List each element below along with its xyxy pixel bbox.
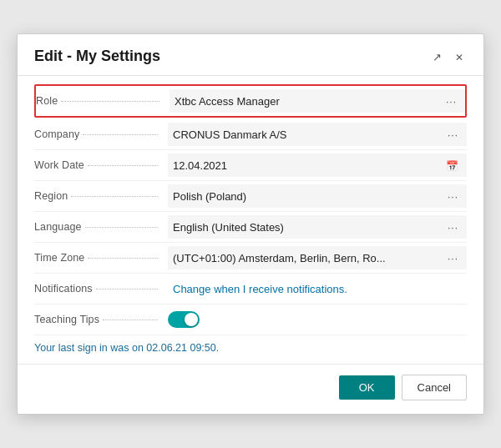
close-icon: [455, 50, 463, 63]
more-icon: [448, 128, 458, 141]
region-more-button[interactable]: [444, 189, 462, 203]
more-icon: [448, 189, 458, 203]
calendar-icon: [446, 159, 458, 172]
field-row-teaching-tips: Teaching Tips: [34, 305, 467, 335]
field-value-wrap-role: Xtbc Access Manager: [170, 89, 465, 113]
work-date-calendar-button[interactable]: [443, 159, 462, 172]
toggle-thumb: [185, 313, 198, 326]
field-label-work-date: Work Date: [34, 159, 168, 171]
edit-my-settings-dialog: Edit - My Settings Role Xtbc Access Mana…: [17, 33, 484, 415]
dotted-separator: [88, 165, 158, 166]
time-zone-more-button[interactable]: [444, 251, 462, 264]
dialog-header: Edit - My Settings: [18, 34, 483, 76]
dotted-separator: [88, 258, 158, 259]
expand-button[interactable]: [429, 48, 445, 65]
field-label-teaching-tips: Teaching Tips: [34, 314, 168, 325]
dotted-separator: [85, 227, 158, 228]
field-label-region: Region: [34, 190, 168, 202]
language-more-button[interactable]: [444, 220, 462, 234]
work-date-value: 12.04.2021: [173, 159, 439, 172]
expand-icon: [433, 50, 442, 63]
field-row-role: Role Xtbc Access Manager: [34, 84, 467, 118]
field-row-language: Language English (United States): [34, 212, 467, 243]
dotted-separator: [71, 196, 158, 197]
ok-button[interactable]: OK: [339, 375, 395, 400]
role-more-button[interactable]: [443, 94, 460, 108]
more-icon: [446, 94, 457, 108]
field-label-language: Language: [34, 221, 168, 233]
field-label-role: Role: [36, 95, 170, 107]
role-value: Xtbc Access Manager: [175, 95, 439, 108]
field-row-time-zone: Time Zone (UTC+01:00) Amsterdam, Berlin,…: [34, 243, 467, 274]
more-icon: [448, 220, 458, 234]
dotted-separator: [61, 101, 159, 102]
dialog-title: Edit - My Settings: [34, 48, 160, 65]
field-value-wrap-company: CRONUS Danmark A/S: [168, 123, 467, 146]
field-row-company: Company CRONUS Danmark A/S: [34, 119, 467, 150]
notifications-link[interactable]: Change when I receive notifications.: [173, 283, 462, 295]
field-value-wrap-work-date: 12.04.2021: [168, 154, 467, 177]
field-value-wrap-region: Polish (Poland): [168, 184, 467, 208]
field-value-wrap-language: English (United States): [168, 215, 467, 239]
dotted-separator: [83, 134, 158, 135]
close-button[interactable]: [452, 48, 467, 65]
field-row-region: Region Polish (Poland): [34, 181, 467, 212]
field-label-company: Company: [34, 128, 168, 140]
region-value: Polish (Poland): [173, 190, 441, 203]
field-label-time-zone: Time Zone: [34, 252, 168, 264]
teaching-tips-toggle[interactable]: [168, 311, 200, 328]
field-row-notifications: Notifications Change when I receive noti…: [34, 274, 467, 305]
language-value: English (United States): [173, 221, 441, 234]
field-value-wrap-teaching-tips: [168, 308, 467, 331]
field-row-work-date: Work Date 12.04.2021: [34, 150, 467, 181]
company-more-button[interactable]: [444, 128, 462, 141]
header-actions: [429, 48, 467, 65]
field-label-notifications: Notifications: [34, 283, 168, 294]
dotted-separator: [96, 289, 158, 289]
company-value: CRONUS Danmark A/S: [173, 128, 441, 141]
more-icon: [448, 251, 458, 264]
field-value-wrap-notifications: Change when I receive notifications.: [168, 277, 467, 300]
cancel-button[interactable]: Cancel: [402, 375, 467, 400]
field-value-wrap-time-zone: (UTC+01:00) Amsterdam, Berlin, Bern, Ro.…: [168, 246, 467, 269]
dotted-separator: [103, 320, 158, 320]
time-zone-value: (UTC+01:00) Amsterdam, Berlin, Bern, Ro.…: [173, 252, 441, 264]
dialog-footer: OK Cancel: [18, 364, 483, 414]
dialog-body: Role Xtbc Access Manager Company CRONUS …: [18, 76, 483, 364]
sign-in-note: Your last sign in was on 02.06.21 09:50.: [34, 335, 467, 357]
